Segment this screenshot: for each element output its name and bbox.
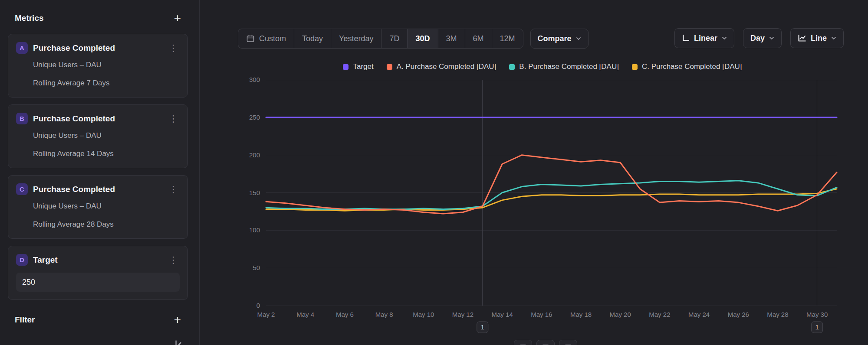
target-card[interactable]: D Target ⋮ bbox=[8, 246, 188, 300]
kebab-menu-icon[interactable]: ⋮ bbox=[167, 185, 180, 194]
metric-card-header: C Purchase Completed ⋮ bbox=[16, 183, 180, 195]
date-range-label: 12M bbox=[500, 34, 515, 43]
date-range-3m[interactable]: 3M bbox=[438, 29, 465, 48]
metric-card-c[interactable]: C Purchase Completed ⋮ Unique Users – DA… bbox=[8, 175, 188, 239]
add-filter-button[interactable]: + bbox=[174, 316, 181, 324]
date-range-label: 6M bbox=[473, 34, 484, 43]
y-axis-tick-label: 100 bbox=[249, 226, 260, 234]
date-range-label: 7D bbox=[389, 34, 399, 43]
metric-measure[interactable]: Unique Users – DAU bbox=[33, 61, 180, 69]
filter-section-header: Filter + bbox=[8, 311, 188, 329]
x-axis-tick-label: May 24 bbox=[688, 311, 710, 318]
x-axis-tick-label: May 6 bbox=[336, 311, 354, 318]
legend-item[interactable]: B. Purchase Completed [DAU] bbox=[509, 62, 619, 71]
chart-footer-button-2[interactable] bbox=[536, 340, 555, 345]
metric-badge-c: C bbox=[16, 183, 28, 195]
metric-card-a[interactable]: A Purchase Completed ⋮ Unique Users – DA… bbox=[8, 34, 188, 98]
y-axis-tick-label: 150 bbox=[249, 189, 260, 196]
chart-footer-actions bbox=[514, 340, 577, 345]
metrics-section-title: Metrics bbox=[15, 13, 44, 23]
metric-rolling-average[interactable]: Rolling Average 28 Days bbox=[33, 220, 180, 229]
chart-footer-button-1[interactable] bbox=[514, 340, 532, 345]
metric-rolling-average[interactable]: Rolling Average 7 Days bbox=[33, 79, 180, 88]
y-axis-tick-label: 0 bbox=[256, 302, 260, 309]
chevron-down-icon bbox=[769, 36, 774, 40]
y-axis-tick-label: 250 bbox=[249, 114, 260, 121]
line-series-c[interactable] bbox=[266, 189, 837, 211]
metrics-section-header: Metrics + bbox=[8, 10, 188, 27]
kebab-menu-icon[interactable]: ⋮ bbox=[167, 43, 180, 52]
collapse-sidebar-icon[interactable] bbox=[173, 339, 184, 345]
filter-section-title: Filter bbox=[15, 315, 35, 325]
legend-label: C. Purchase Completed [DAU] bbox=[642, 62, 742, 71]
metric-badge-a: A bbox=[16, 42, 28, 54]
legend-swatch bbox=[387, 64, 392, 70]
x-axis-tick-label: May 4 bbox=[296, 311, 314, 318]
chart-canvas[interactable]: 050100150200250300May 2May 4May 6May 8Ma… bbox=[234, 74, 851, 345]
interval-label: Day bbox=[750, 34, 765, 43]
date-range-label: Yesterday bbox=[339, 34, 373, 43]
target-card-header: D Target ⋮ bbox=[16, 254, 180, 266]
metric-measure[interactable]: Unique Users – DAU bbox=[33, 131, 180, 140]
metric-name[interactable]: Purchase Completed bbox=[33, 43, 162, 53]
chart-display-controls: Linear Day Line bbox=[674, 28, 844, 48]
x-axis-tick-label: May 12 bbox=[452, 311, 473, 318]
date-range-custom[interactable]: Custom bbox=[238, 29, 294, 48]
kebab-menu-icon[interactable]: ⋮ bbox=[167, 114, 180, 123]
compare-button[interactable]: Compare bbox=[530, 29, 589, 49]
add-metric-button[interactable]: + bbox=[174, 14, 181, 23]
legend-item[interactable]: A. Purchase Completed [DAU] bbox=[387, 62, 496, 71]
metrics-report-page: Metrics + A Purchase Completed ⋮ Unique … bbox=[0, 0, 868, 345]
x-axis-tick-label: May 22 bbox=[649, 311, 670, 318]
metric-measure[interactable]: Unique Users – DAU bbox=[33, 202, 180, 211]
x-axis-tick-label: May 30 bbox=[806, 311, 828, 318]
scale-label: Linear bbox=[694, 34, 717, 43]
scale-select-button[interactable]: Linear bbox=[674, 28, 734, 48]
metric-card-b[interactable]: B Purchase Completed ⋮ Unique Users – DA… bbox=[8, 104, 188, 168]
annotation-badge-label: 1 bbox=[815, 323, 819, 331]
metric-card-header: B Purchase Completed ⋮ bbox=[16, 113, 180, 124]
y-axis-tick-label: 50 bbox=[253, 264, 260, 271]
interval-select-button[interactable]: Day bbox=[743, 28, 782, 48]
y-axis-tick-label: 300 bbox=[249, 76, 260, 83]
date-range-today[interactable]: Today bbox=[294, 29, 331, 48]
legend-item[interactable]: Target bbox=[343, 62, 373, 71]
x-axis-tick-label: May 20 bbox=[610, 311, 631, 318]
annotation-badge-label: 1 bbox=[481, 323, 484, 331]
legend-label: B. Purchase Completed [DAU] bbox=[519, 62, 619, 71]
date-range-6m[interactable]: 6M bbox=[465, 29, 492, 48]
date-range-yesterday[interactable]: Yesterday bbox=[331, 29, 381, 48]
sidebar: Metrics + A Purchase Completed ⋮ Unique … bbox=[0, 0, 200, 345]
target-name[interactable]: Target bbox=[33, 255, 162, 265]
metric-rolling-average[interactable]: Rolling Average 14 Days bbox=[33, 150, 180, 158]
target-value-input[interactable] bbox=[16, 273, 180, 292]
date-range-7d[interactable]: 7D bbox=[381, 29, 407, 48]
x-axis-tick-label: May 14 bbox=[492, 311, 513, 318]
metric-name[interactable]: Purchase Completed bbox=[33, 185, 162, 194]
kebab-menu-icon[interactable]: ⋮ bbox=[167, 255, 180, 264]
legend-swatch bbox=[632, 64, 638, 70]
date-range-12m[interactable]: 12M bbox=[492, 29, 523, 48]
chart-type-select-button[interactable]: Line bbox=[790, 28, 844, 48]
line-chart[interactable]: 050100150200250300May 2May 4May 6May 8Ma… bbox=[234, 74, 851, 345]
x-axis-tick-label: May 16 bbox=[531, 311, 552, 318]
legend-swatch bbox=[509, 64, 515, 70]
x-axis-tick-label: May 26 bbox=[728, 311, 749, 318]
metric-name[interactable]: Purchase Completed bbox=[33, 114, 162, 124]
legend-label: Target bbox=[353, 62, 373, 71]
compare-label: Compare bbox=[538, 34, 572, 43]
chevron-down-icon bbox=[831, 36, 836, 40]
chevron-down-icon bbox=[722, 36, 727, 40]
legend-item[interactable]: C. Purchase Completed [DAU] bbox=[632, 62, 742, 71]
chart-footer-button-3[interactable] bbox=[559, 340, 577, 345]
date-range-30d-selected[interactable]: 30D bbox=[407, 29, 437, 48]
x-axis-tick-label: May 8 bbox=[375, 311, 393, 318]
metric-card-header: A Purchase Completed ⋮ bbox=[16, 42, 180, 54]
calendar-icon bbox=[246, 34, 255, 43]
x-axis-tick-label: May 2 bbox=[257, 311, 275, 318]
date-range-picker: Custom Today Yesterday 7D 30D 3M 6M 12M bbox=[238, 29, 523, 49]
date-range-label: 3M bbox=[446, 34, 457, 43]
chart-toolbar: Custom Today Yesterday 7D 30D 3M 6M 12M … bbox=[238, 29, 589, 49]
x-axis-tick-label: May 18 bbox=[570, 311, 592, 318]
linear-scale-icon bbox=[682, 34, 690, 42]
